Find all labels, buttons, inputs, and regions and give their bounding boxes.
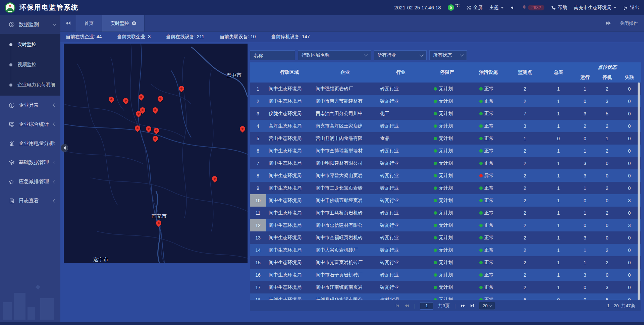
table-row[interactable]: 9阆中生态环境局阆中市二龙长宝页岩砖砖瓦行业无计划正常21120 (250, 182, 641, 194)
col-header-meters: 总表 (543, 62, 574, 83)
fullscreen-button[interactable]: 全屏 (466, 5, 483, 11)
cell-industry: 砖瓦行业 (377, 281, 424, 293)
cell-stop: 2 (596, 207, 618, 219)
close-icon[interactable] (132, 21, 136, 25)
table-row[interactable]: 8阆中生态环境局阆中市枣碧大梁山页岩砖瓦行业无计划异常21300 (250, 169, 641, 182)
status-dot-icon (479, 199, 483, 202)
facility-text: 正常 (484, 235, 494, 241)
facility-text: 正常 (484, 297, 494, 300)
cell-facility-status: 正常 (470, 244, 507, 256)
table-row[interactable]: 10阆中生态环境局阆中千佛镇五郎垭页岩砖瓦行业无计划正常21003 (250, 194, 641, 207)
last-page-button[interactable] (470, 304, 474, 308)
stat-value: 44 (97, 34, 102, 39)
first-page-button[interactable] (395, 304, 400, 308)
table-row[interactable]: 15阆中生态环境局阆中市光富页岩机砖厂砖瓦行业无计划正常21120 (250, 256, 641, 269)
industry-select[interactable]: 所有行业 (374, 50, 427, 60)
cell-company: 阆中明阳建材有限公司 (313, 157, 377, 169)
table-row[interactable]: 11阆中生态环境局阆中市五马桥页岩机砖砖瓦行业无计划正常21120 (250, 207, 641, 219)
page-number-input[interactable] (420, 302, 433, 310)
table-row[interactable]: 1阆中生态环境局阆中强锐页岩砖厂砖瓦行业无计划正常21120 (250, 83, 641, 95)
sidebar-collapse-button[interactable] (61, 144, 68, 152)
tab-home[interactable]: 首页 (76, 15, 102, 32)
sidebar-group-1[interactable]: 企业异常 (0, 96, 60, 115)
sidebar-item-实时监控[interactable]: 实时监控 (0, 35, 60, 55)
mute-button[interactable] (511, 5, 515, 10)
facility-text: 正常 (484, 111, 494, 117)
cell-limit-status: 无计划 (424, 231, 470, 244)
theme-label: 主题 (489, 5, 499, 11)
cell-limit-status: 无计划 (424, 182, 470, 194)
col-header-stop: 停机 (596, 72, 618, 83)
logout-button[interactable]: 退出 (623, 5, 639, 11)
table-row[interactable]: 17阆中生态环境局阆中市江南镇阆南页岩砖瓦行业无计划正常21030 (250, 281, 641, 293)
cell-meters: 1 (543, 281, 574, 293)
table-row[interactable]: 13阆中生态环境局阆中市金福旺页岩机砖砖瓦行业无计划正常21300 (250, 231, 641, 244)
app-title: 环保用电监管系统 (19, 3, 78, 12)
cell-run: 1 (574, 207, 596, 219)
prev-page-button[interactable] (405, 304, 409, 308)
table-row[interactable]: 12阆中生态环境局阆中市忠信建材有限公砖瓦行业无计划正常21003 (250, 219, 641, 231)
status-dot-icon (479, 162, 483, 165)
chevron-left-icon (53, 161, 56, 164)
sidebar-group-6[interactable]: 日志查看 (0, 191, 60, 210)
cell-industry: 砖瓦行业 (377, 244, 424, 256)
stat-value: 10 (251, 34, 256, 39)
cell-lost: 0 (618, 256, 641, 269)
tab-realtime-monitor[interactable]: 实时监控 (102, 15, 145, 32)
table-row[interactable]: 2阆中生态环境局阆中市南方节能建材有砖瓦行业无计划正常21030 (250, 95, 641, 107)
name-search-input[interactable] (250, 50, 295, 60)
sidebar-item-企业电力负荷明细[interactable]: 企业电力负荷明细 (0, 75, 60, 95)
next-page-button[interactable] (461, 304, 465, 308)
enterprise-alert-icon (9, 102, 15, 108)
help-button[interactable]: 帮助 (551, 5, 567, 11)
stat-item: 当前失联设备10 (220, 34, 256, 40)
cell-points: 2 (507, 256, 543, 269)
cell-facility-status: 正常 (470, 194, 507, 207)
map-panel[interactable]: 巴中市南充市遂宁市 (64, 44, 248, 263)
cell-company: 阆中千佛镇五郎垭页岩 (313, 194, 377, 207)
table-row[interactable]: 14阆中生态环境局阆中大兴页岩机砖厂砖瓦行业无计划正常21120 (250, 244, 641, 256)
stat-label: 当前在线设备 (166, 34, 197, 39)
datetime: 2021-02-25 17:46:18 (394, 5, 441, 10)
cell-industry: 建材水泥 (377, 293, 424, 300)
cell-run: 0 (574, 194, 596, 207)
chevron-down-icon (489, 304, 491, 307)
cell-facility-status: 正常 (470, 219, 507, 231)
region-select[interactable]: 行政区域名称 (298, 50, 371, 60)
cell-meters: 1 (543, 182, 574, 194)
table-scrollbar[interactable] (638, 83, 640, 300)
theme-dropdown[interactable]: 主题 (489, 5, 504, 11)
table-row[interactable]: 4高坪生态环境局南充市高坪区王家店建砖瓦行业无计划正常31220 (250, 120, 641, 132)
cell-limit-status: 无计划 (424, 83, 470, 95)
sidebar-item-视频监控[interactable]: 视频监控 (0, 55, 60, 75)
table-row[interactable]: 7阆中生态环境局阆中明阳建材有限公司砖瓦行业无计划正常21300 (250, 157, 641, 169)
row-index-cell: 6 (250, 145, 266, 157)
cell-region: 仪陇生态环境局 (266, 107, 313, 120)
cell-region: 阆中生态环境局 (266, 83, 313, 95)
sidebar-group-0[interactable]: 数据监测 (0, 15, 60, 34)
table-row[interactable]: 3仪陇生态环境局西南油气田分公司川中化工无计划正常71350 (250, 107, 641, 120)
notifications-button[interactable]: 2632 (522, 5, 544, 10)
power-analysis-icon (9, 141, 15, 147)
map-city-label: 遂宁市 (93, 257, 108, 263)
cell-facility-status: 正常 (470, 145, 507, 157)
org-dropdown[interactable]: 南充市生态环境局 (574, 5, 616, 11)
cell-facility-status: 正常 (470, 132, 507, 145)
close-operations-button[interactable]: 关闭操作 (620, 20, 638, 26)
tabs-scroll-left-button[interactable] (60, 15, 76, 32)
cell-run: 1 (574, 256, 596, 269)
sidebar-group-4[interactable]: 基础数据管理 (0, 153, 60, 172)
row-index-cell: 8 (250, 169, 266, 182)
table-row[interactable]: 16阆中生态环境局阆中市石子页岩机砖厂砖瓦行业无计划正常21300 (250, 269, 641, 281)
cell-industry: 砖瓦行业 (377, 219, 424, 231)
table-row[interactable]: 5营山生态环境局营山县润丰肉食品有限食品无计划正常10010 (250, 132, 641, 145)
limit-text: 无计划 (439, 247, 453, 253)
table-row[interactable]: 6阆中生态环境局阆中市金博瑞新型墙材砖瓦行业无计划正常21120 (250, 145, 641, 157)
page-size-select[interactable]: 20 (479, 302, 495, 310)
table-row[interactable]: 18南部生态环境局南部县砚华水泥有限公建材水泥无计划正常50050 (250, 293, 641, 300)
sidebar-group-2[interactable]: 企业综合统计 (0, 115, 60, 134)
sidebar-group-3[interactable]: 企业用电量分析 (0, 134, 60, 153)
status-select[interactable]: 所有状态 (429, 50, 467, 60)
tabs-scroll-right-button[interactable] (606, 20, 611, 26)
sidebar-group-5[interactable]: 应急减排管理 (0, 172, 60, 191)
